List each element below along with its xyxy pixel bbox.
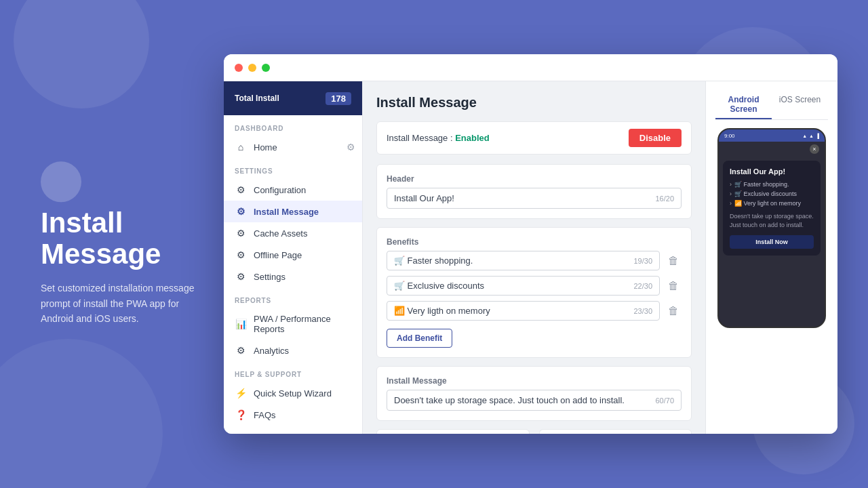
main-window: Total Install 178 DASHBOARD ⌂ Home ⚙ SET… — [224, 54, 837, 434]
maximize-dot[interactable] — [262, 64, 270, 72]
benefit-input-1[interactable]: 🛒 Faster shopping. 19/30 — [387, 251, 660, 270]
status-text: Install Message : Enabled — [387, 133, 490, 143]
benefit-text-2: 🛒 Exclusive discounts — [394, 281, 628, 291]
install-message-input[interactable] — [394, 395, 650, 405]
page-title: Install Message — [376, 95, 692, 110]
sidebar-item-quick-setup[interactable]: ⚡ Quick Setup Wizard — [224, 382, 362, 404]
header-label: Header — [387, 174, 682, 184]
header-char-count: 16/20 — [655, 195, 674, 203]
benefit-count-2: 22/30 — [633, 282, 652, 290]
button-fields-row: Install Button Text 11/20 Button Text Co… — [376, 429, 692, 434]
pwa-reports-icon: 📊 — [235, 319, 247, 329]
button-text-color-section: Button Text Color #FFFFFF — [539, 429, 692, 434]
delete-benefit-3[interactable]: 🗑 — [665, 302, 682, 320]
pwa-reports-label: PWA / Performance Reports — [254, 314, 351, 334]
sidebar-item-install-message[interactable]: ⚙ Install Message — [224, 201, 362, 222]
dashboard-section: DASHBOARD — [224, 115, 362, 136]
review-icon: ❤ — [235, 431, 247, 434]
quick-setup-icon: ⚡ — [235, 388, 247, 399]
install-message-input-wrap[interactable]: 60/70 — [387, 390, 682, 411]
install-message-label: Install Message — [254, 207, 319, 217]
phone-time: 9:00 — [724, 133, 735, 139]
main-content: Install Message Install Message : Enable… — [363, 81, 705, 434]
benefit-input-3[interactable]: 📶 Very ligth on memory 23/30 — [387, 301, 660, 321]
settings-gear-icon: ⚙ — [347, 142, 355, 152]
benefit-row-1: 🛒 Faster shopping. 19/30 🗑 — [387, 251, 682, 270]
delete-benefit-2[interactable]: 🗑 — [665, 277, 682, 295]
help-section: HELP & SUPPORT — [224, 361, 362, 382]
offline-icon: ⚙ — [235, 249, 247, 260]
config-label: Configuration — [254, 185, 306, 195]
header-input[interactable] — [394, 193, 650, 203]
app-icon — [41, 161, 81, 202]
preview-tabs: Android Screen iOS Screen — [715, 91, 828, 120]
phone-screen: 9:00 ▲ ▲ ▐ × Install Our App! 🛒 Faster s… — [719, 129, 825, 327]
title-bar — [224, 54, 837, 81]
add-benefit-button[interactable]: Add Benefit — [387, 329, 452, 348]
faqs-icon: ❓ — [235, 409, 247, 420]
sidebar-item-settings[interactable]: ⚙ Settings — [224, 266, 362, 287]
phone-mockup: 9:00 ▲ ▲ ▐ × Install Our App! 🛒 Faster s… — [717, 128, 826, 328]
total-install-label: Total Install — [235, 94, 279, 103]
install-benefit-2: 🛒 Exclusive discounts — [730, 190, 814, 197]
home-icon: ⌂ — [235, 142, 247, 152]
quick-setup-label: Quick Setup Wizard — [254, 388, 332, 399]
home-label: Home — [254, 142, 277, 152]
sidebar: Total Install 178 DASHBOARD ⌂ Home ⚙ SET… — [224, 81, 363, 434]
sidebar-item-review[interactable]: ❤ Write a Review — [224, 426, 362, 434]
phone-status-icons: ▲ ▲ ▐ — [802, 134, 819, 138]
install-message-icon: ⚙ — [235, 206, 247, 217]
install-message-char-count: 60/70 — [655, 396, 674, 405]
benefit-count-3: 23/30 — [633, 307, 652, 315]
minimize-dot[interactable] — [248, 64, 256, 72]
phone-status-bar: 9:00 ▲ ▲ ▐ — [719, 129, 825, 142]
analytics-label: Analytics — [254, 346, 289, 356]
cache-icon: ⚙ — [235, 228, 247, 239]
benefits-section: Benefits 🛒 Faster shopping. 19/30 🗑 🛒 Ex… — [376, 227, 692, 358]
install-card-title: Install Our App! — [730, 167, 814, 176]
close-dot[interactable] — [235, 64, 243, 72]
install-benefit-3: 📶 Very light on memory — [730, 200, 814, 207]
preview-panel: Android Screen iOS Screen 9:00 ▲ ▲ ▐ × — [705, 81, 837, 434]
offline-page-label: Offline Page — [254, 250, 302, 260]
benefit-text-1: 🛒 Faster shopping. — [394, 256, 628, 266]
battery-icon: ▐ — [816, 134, 819, 138]
settings-section: SETTINGS — [224, 158, 362, 179]
status-enabled: Enabled — [455, 133, 490, 143]
sidebar-item-pwa-reports[interactable]: 📊 PWA / Performance Reports — [224, 308, 362, 340]
settings-item-label: Settings — [254, 272, 285, 282]
install-card: Install Our App! 🛒 Faster shopping. 🛒 Ex… — [723, 161, 821, 256]
window-body: Total Install 178 DASHBOARD ⌂ Home ⚙ SET… — [224, 81, 837, 434]
total-install-count: 178 — [326, 92, 351, 105]
status-bar: Install Message : Enabled Disable — [376, 121, 692, 155]
left-panel: Install Message Set customized installat… — [41, 161, 203, 327]
phone-close-button[interactable]: × — [810, 144, 819, 154]
disable-button[interactable]: Disable — [629, 129, 682, 147]
sidebar-item-cache-assets[interactable]: ⚙ Cache Assets — [224, 222, 362, 244]
tab-android[interactable]: Android Screen — [715, 91, 772, 119]
sidebar-item-analytics[interactable]: ⚙ Analytics — [224, 340, 362, 361]
benefit-input-2[interactable]: 🛒 Exclusive discounts 22/30 — [387, 276, 660, 296]
install-message-label: Install Message — [387, 376, 682, 386]
review-label: Write a Review — [254, 432, 313, 434]
hero-title: Install Message — [41, 207, 203, 270]
tab-ios[interactable]: iOS Screen — [772, 91, 828, 119]
install-message-section: Install Message 60/70 — [376, 366, 692, 421]
benefit-row-3: 📶 Very ligth on memory 23/30 🗑 — [387, 301, 682, 321]
sidebar-item-faqs[interactable]: ❓ FAQs — [224, 404, 362, 426]
analytics-icon: ⚙ — [235, 345, 247, 356]
benefits-label: Benefits — [387, 237, 682, 247]
cache-assets-label: Cache Assets — [254, 228, 308, 239]
sidebar-header: Total Install 178 — [224, 81, 362, 115]
install-now-preview-button[interactable]: Install Now — [730, 235, 814, 249]
delete-benefit-1[interactable]: 🗑 — [665, 252, 682, 270]
header-input-wrap[interactable]: 16/20 — [387, 188, 682, 209]
install-benefit-1: 🛒 Faster shopping. — [730, 181, 814, 188]
benefit-count-1: 19/30 — [633, 257, 652, 265]
sidebar-item-home[interactable]: ⌂ Home ⚙ — [224, 136, 362, 158]
sidebar-item-configuration[interactable]: ⚙ Configuration — [224, 179, 362, 201]
benefit-text-3: 📶 Very ligth on memory — [394, 306, 628, 316]
sidebar-item-offline-page[interactable]: ⚙ Offline Page — [224, 244, 362, 266]
install-message-preview: Doesn't take up storage space. Just touc… — [730, 212, 814, 229]
button-text-section: Install Button Text 11/20 — [376, 429, 530, 434]
